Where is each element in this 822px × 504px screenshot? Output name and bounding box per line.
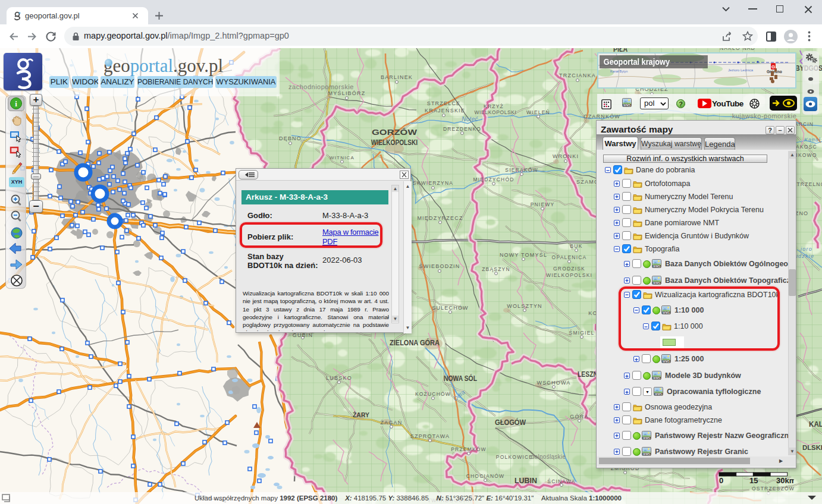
svg-text:SULECHÓW: SULECHÓW	[432, 305, 469, 311]
svg-text:GORZÓW: GORZÓW	[372, 128, 418, 137]
svg-text:ZIELONA GÓRA: ZIELONA GÓRA	[390, 338, 440, 347]
svg-text:dolnośląskie: dolnośląskie	[531, 453, 566, 460]
svg-text:SZPROTAWA: SZPROTAWA	[410, 433, 450, 439]
svg-text:NAKŁO NAD: NAKŁO NAD	[720, 48, 755, 51]
svg-text:GÓRA: GÓRA	[570, 414, 588, 420]
svg-text:zachodniopomorskie: zachodniopomorskie	[288, 83, 354, 90]
svg-text:NOWA SÓL: NOWA SÓL	[444, 374, 477, 383]
svg-text:MIĘDZYRZECZ: MIĘDZYRZECZ	[417, 215, 463, 221]
svg-text:15: 15	[749, 476, 758, 484]
svg-text:BARLINEK: BARLINEK	[381, 74, 413, 80]
svg-text:IKOWO: IKOWO	[796, 152, 817, 158]
svg-text:Jezioro Lednica: Jezioro Lednica	[728, 68, 754, 72]
svg-text:CZARNKÓW: CZARNKÓW	[583, 114, 620, 119]
svg-text:WIELKOPOLSKI: WIELKOPOLSKI	[546, 272, 592, 278]
svg-text:SKWIERZYNA: SKWIERZYNA	[413, 180, 453, 186]
svg-text:KRAJEŃSKIE: KRAJEŃSKIE	[425, 108, 465, 114]
svg-text:GŁOGÓW: GŁOGÓW	[495, 418, 526, 427]
svg-text:BUK: BUK	[570, 243, 582, 249]
svg-text:MYŚLIBÓRZ: MYŚLIBÓRZ	[328, 90, 366, 96]
svg-text:STRZELCE: STRZELCE	[427, 100, 461, 106]
svg-text:30km: 30km	[776, 476, 794, 484]
svg-text:idzkie: idzkie	[796, 253, 814, 259]
svg-text:ARCIN: ARCIN	[795, 121, 814, 127]
svg-text:KRZYŻ: KRZYŻ	[484, 103, 504, 109]
svg-text:TRZCIANKA: TRZCIANKA	[559, 73, 596, 78]
svg-text:KAL: KAL	[809, 420, 822, 429]
svg-text:AKOŚĆ: AKOŚĆ	[796, 143, 817, 150]
svg-text:WSCHOWA: WSCHOWA	[537, 380, 570, 386]
svg-text:KOŻUCHÓW: KOŻUCHÓW	[415, 391, 451, 397]
svg-text:Noteć: Noteć	[462, 116, 478, 122]
svg-text:WIELEŃ: WIELEŃ	[526, 109, 550, 115]
svg-text:OSTRZESZÓW: OSTRZESZÓW	[752, 486, 795, 492]
svg-text:WOLSZTYN: WOLSZTYN	[507, 303, 542, 309]
svg-text:LESZN: LESZN	[578, 370, 598, 379]
svg-text:0: 0	[719, 476, 723, 484]
svg-text:ZBĄSZYŃ: ZBĄSZYŃ	[482, 266, 510, 272]
svg-text:LUBSKO: LUBSKO	[326, 375, 352, 381]
svg-text:ŚWIEBODZIN: ŚWIEBODZIN	[419, 263, 460, 269]
svg-text:ŚCINAWA: ŚCINAWA	[547, 478, 575, 484]
svg-text:WMS: WMS	[653, 265, 661, 268]
svg-text:NOWY TOMYŚL: NOWY TOMYŚL	[500, 251, 547, 258]
svg-text:WITNICA: WITNICA	[330, 155, 354, 160]
svg-text:i: i	[15, 99, 17, 108]
svg-text:MIĘDZYCHÓD: MIĘDZYCHÓD	[473, 177, 514, 182]
svg-text:WMS: WMS	[653, 281, 661, 284]
svg-text:WMS: WMS	[623, 104, 631, 107]
svg-text:PRZEMKÓW: PRZEMKÓW	[451, 446, 487, 452]
svg-text:WIELKOPOLSKI: WIELKOPOLSKI	[475, 109, 517, 115]
svg-text:WMS: WMS	[663, 360, 670, 363]
svg-text:WRONKI: WRONKI	[553, 153, 579, 159]
svg-text:ŻARY: ŻARY	[353, 411, 370, 418]
svg-text:GRODZISK: GRODZISK	[553, 266, 585, 272]
svg-text:OPALENICA: OPALENICA	[552, 254, 587, 260]
svg-text:WMS: WMS	[643, 436, 651, 439]
svg-text:WMS: WMS	[653, 377, 661, 380]
svg-text:DĘBNO: DĘBNO	[279, 136, 302, 141]
svg-text:SIERAKÓW: SIERAKÓW	[505, 167, 538, 173]
svg-text:ŻAGAŃ: ŻAGAŃ	[380, 420, 402, 426]
svg-text:WIELKOPOLSKI: WIELKOPOLSKI	[371, 138, 418, 147]
svg-text:GUBIN: GUBIN	[293, 332, 313, 338]
svg-text:POLKOWICE: POLKOWICE	[496, 454, 533, 460]
svg-text:CHOCIANÓW: CHOCIANÓW	[466, 473, 505, 479]
svg-text:G: G	[771, 64, 775, 70]
svg-text:WMS: WMS	[643, 452, 651, 455]
svg-text:Kanał Bytyn: Kanał Bytyn	[610, 70, 628, 73]
svg-text:ZNO: ZNO	[795, 210, 809, 216]
svg-text:STRZELNO: STRZELNO	[793, 181, 822, 187]
svg-text:Gniezno: Gniezno	[767, 70, 782, 74]
svg-text:DLSKI: DLSKI	[802, 444, 822, 451]
svg-text:DREZDENKO: DREZDENKO	[443, 126, 481, 132]
svg-text:Kanał: Kanał	[804, 137, 821, 143]
svg-text:ioro: ioro	[801, 246, 812, 252]
svg-text:ŚMIGIEL: ŚMIGIEL	[569, 329, 595, 336]
svg-text:WMS: WMS	[655, 393, 663, 396]
svg-text:LUBIN: LUBIN	[514, 477, 537, 485]
svg-text:PNIEWY: PNIEWY	[531, 201, 555, 207]
